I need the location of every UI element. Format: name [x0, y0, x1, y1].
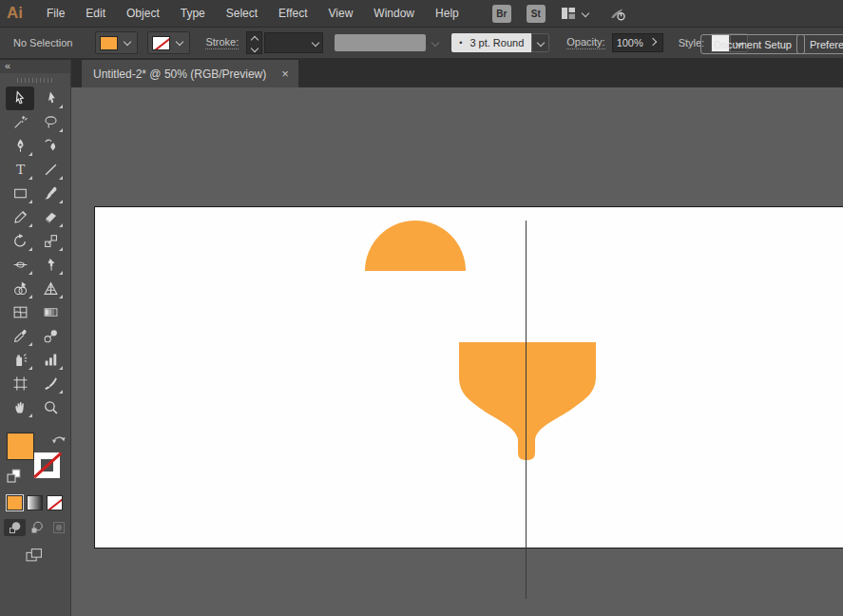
- artwork-layer: [71, 87, 843, 616]
- stroke-panel-link[interactable]: Stroke:: [205, 36, 239, 49]
- flyout-indicator-icon: [29, 271, 32, 275]
- document-tab[interactable]: Untitled-2* @ 50% (RGB/Preview) ×: [82, 60, 298, 87]
- menu-item-edit[interactable]: Edit: [75, 7, 116, 20]
- rotate-tool[interactable]: [6, 229, 34, 253]
- chevron-down-icon: [176, 38, 183, 46]
- opacity-input[interactable]: 100%: [612, 33, 663, 52]
- artboard-tool-icon: [12, 375, 29, 392]
- perspective-grid-tool[interactable]: [36, 277, 65, 300]
- semicircle-shape[interactable]: [365, 221, 466, 271]
- line-segment-tool[interactable]: [36, 158, 65, 182]
- collapse-panel-button[interactable]: «: [5, 60, 10, 71]
- menu-item-select[interactable]: Select: [216, 7, 268, 20]
- gradient-tool-icon: [43, 304, 59, 320]
- funnel-shape[interactable]: [459, 342, 596, 460]
- symbol-sprayer-tool-icon: [12, 352, 29, 368]
- opacity-panel-link[interactable]: Opacity:: [566, 36, 604, 49]
- fill-indicator[interactable]: [7, 433, 34, 460]
- stepper-up-icon[interactable]: [250, 35, 258, 43]
- rectangle-tool[interactable]: [6, 182, 34, 205]
- menu-item-effect[interactable]: Effect: [268, 7, 317, 20]
- eyedropper-tool[interactable]: [6, 324, 34, 348]
- bridge-button[interactable]: Br: [492, 5, 511, 23]
- stroke-weight-stepper[interactable]: [246, 31, 262, 54]
- chevron-down-icon: [581, 10, 588, 17]
- stroke-color-dropdown[interactable]: [147, 31, 190, 54]
- draw-normal-button[interactable]: [4, 519, 26, 536]
- blend-tool[interactable]: [36, 324, 65, 348]
- zoom-tool-icon: [43, 399, 59, 415]
- chevron-down-icon: [124, 38, 131, 46]
- stroke-indicator[interactable]: [34, 452, 60, 478]
- gradient-button[interactable]: [27, 495, 43, 510]
- panel-grip[interactable]: [17, 78, 53, 83]
- flyout-indicator-icon: [59, 105, 63, 108]
- control-bar: No Selection Stroke: • 3 pt. Round: [0, 28, 843, 60]
- fill-color-dropdown[interactable]: [95, 31, 138, 54]
- shape-builder-tool-icon: [12, 280, 29, 297]
- menu-item-object[interactable]: Object: [116, 7, 170, 20]
- zoom-tool[interactable]: [36, 395, 65, 419]
- menu-item-file[interactable]: File: [36, 7, 75, 20]
- width-tool[interactable]: [6, 253, 34, 277]
- selection-tool[interactable]: [6, 87, 34, 110]
- shaper-tool[interactable]: [6, 205, 34, 229]
- color-button[interactable]: [7, 495, 23, 510]
- tab-close-icon[interactable]: ×: [281, 67, 289, 80]
- pen-tool[interactable]: [6, 134, 34, 158]
- stroke-weight-dropdown[interactable]: [264, 32, 323, 53]
- color-type-buttons: [7, 495, 70, 510]
- stepper-down-icon[interactable]: [250, 44, 258, 51]
- hand-power-icon[interactable]: [609, 6, 626, 22]
- workspace-switcher[interactable]: [561, 6, 588, 21]
- slice-tool[interactable]: [36, 372, 65, 395]
- menu-item-view[interactable]: View: [318, 7, 364, 20]
- draw-inside-button[interactable]: [48, 519, 69, 536]
- stock-button[interactable]: St: [527, 5, 546, 23]
- artboard-tool[interactable]: [6, 372, 34, 395]
- brush-definition-dropdown[interactable]: • 3 pt. Round: [451, 33, 549, 52]
- menu-item-help[interactable]: Help: [425, 7, 469, 20]
- stroke-none-swatch[interactable]: [152, 36, 170, 50]
- none-button[interactable]: [47, 495, 63, 510]
- draw-behind-button[interactable]: [26, 519, 48, 536]
- draw-normal-icon: [8, 520, 23, 535]
- tab-strip: Untitled-2* @ 50% (RGB/Preview) ×: [71, 60, 843, 87]
- flyout-indicator-icon: [59, 295, 63, 298]
- curvature-tool-icon: [43, 138, 59, 154]
- menu-bar-right: Br St: [492, 5, 626, 23]
- width-tool-icon: [12, 257, 29, 273]
- magic-wand-tool[interactable]: [6, 110, 34, 134]
- canvas-viewport[interactable]: [71, 87, 843, 616]
- column-graph-tool[interactable]: [36, 348, 65, 372]
- menu-item-type[interactable]: Type: [170, 7, 216, 20]
- flyout-indicator-icon: [29, 176, 32, 180]
- direct-selection-tool[interactable]: [36, 87, 65, 110]
- swap-fill-stroke-icon[interactable]: [50, 433, 67, 446]
- flyout-indicator-icon: [29, 342, 32, 346]
- default-fill-stroke-icon[interactable]: [7, 469, 21, 483]
- type-tool[interactable]: T: [6, 158, 34, 182]
- fill-swatch[interactable]: [100, 36, 118, 50]
- flyout-indicator-icon: [29, 295, 32, 298]
- puppet-warp-tool[interactable]: [36, 253, 65, 277]
- flyout-indicator-icon: [59, 200, 63, 203]
- menu-item-window[interactable]: Window: [363, 7, 425, 20]
- mesh-tool[interactable]: [6, 300, 34, 324]
- hand-tool[interactable]: [6, 395, 34, 419]
- scale-tool[interactable]: [36, 229, 65, 253]
- symbol-sprayer-tool[interactable]: [6, 348, 34, 372]
- curvature-tool[interactable]: [36, 134, 65, 158]
- preferences-button[interactable]: Preferences: [796, 34, 843, 54]
- shape-builder-tool[interactable]: [6, 277, 34, 300]
- chevron-down-icon: [537, 39, 545, 47]
- document-setup-button[interactable]: Document Setup: [700, 34, 805, 54]
- lasso-tool[interactable]: [36, 110, 65, 134]
- gradient-tool[interactable]: [36, 300, 65, 324]
- screen-mode-button[interactable]: [23, 547, 46, 564]
- eraser-tool[interactable]: [36, 205, 65, 229]
- paintbrush-tool[interactable]: [36, 182, 65, 205]
- svg-text:T: T: [15, 162, 25, 177]
- blend-tool-icon: [43, 328, 59, 344]
- document-tab-title: Untitled-2* @ 50% (RGB/Preview): [93, 67, 266, 81]
